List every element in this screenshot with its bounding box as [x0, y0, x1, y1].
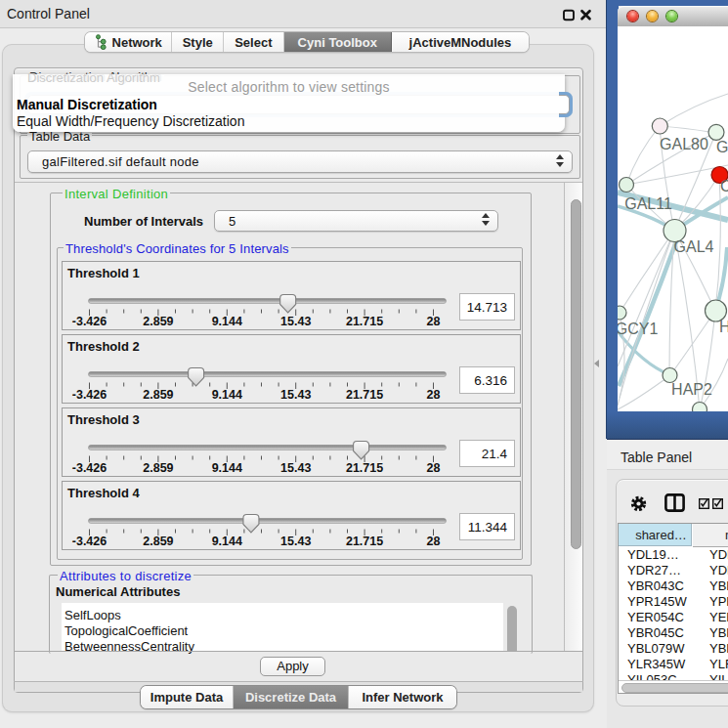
- svg-text:GAL11: GAL11: [624, 195, 672, 212]
- svg-text:15.43: 15.43: [280, 535, 311, 548]
- svg-text:15.43: 15.43: [280, 461, 311, 475]
- svg-text:28: 28: [427, 388, 441, 402]
- svg-text:15.43: 15.43: [280, 388, 311, 402]
- svg-text:GCY1: GCY1: [618, 321, 658, 337]
- svg-text:2.859: 2.859: [143, 535, 173, 548]
- svg-text:-3.426: -3.426: [72, 315, 107, 328]
- svg-text:9.144: 9.144: [212, 315, 242, 328]
- svg-text:9.144: 9.144: [212, 388, 242, 402]
- svg-text:21.715: 21.715: [346, 388, 383, 402]
- svg-text:CY: CY: [720, 178, 728, 194]
- svg-text:28: 28: [427, 461, 441, 475]
- svg-text:GAL80: GAL80: [660, 136, 708, 152]
- svg-text:HAP2: HAP2: [671, 381, 712, 398]
- svg-text:2.859: 2.859: [143, 461, 173, 475]
- svg-text:28: 28: [427, 535, 441, 548]
- svg-text:9.144: 9.144: [212, 535, 242, 548]
- svg-text:15.43: 15.43: [280, 315, 311, 328]
- svg-text:-3.426: -3.426: [72, 461, 107, 475]
- svg-text:21.715: 21.715: [346, 315, 383, 328]
- svg-text:GAL4: GAL4: [674, 238, 714, 255]
- svg-text:2.859: 2.859: [143, 388, 173, 402]
- svg-text:-3.426: -3.426: [72, 388, 107, 402]
- svg-text:21.715: 21.715: [346, 461, 383, 475]
- svg-text:9.144: 9.144: [212, 461, 242, 475]
- svg-text:GA: GA: [716, 139, 728, 155]
- svg-text:-3.426: -3.426: [72, 535, 107, 548]
- svg-text:HA: HA: [719, 319, 728, 335]
- svg-text:28: 28: [427, 315, 441, 328]
- svg-text:2.859: 2.859: [143, 315, 173, 328]
- svg-text:21.715: 21.715: [346, 535, 383, 548]
